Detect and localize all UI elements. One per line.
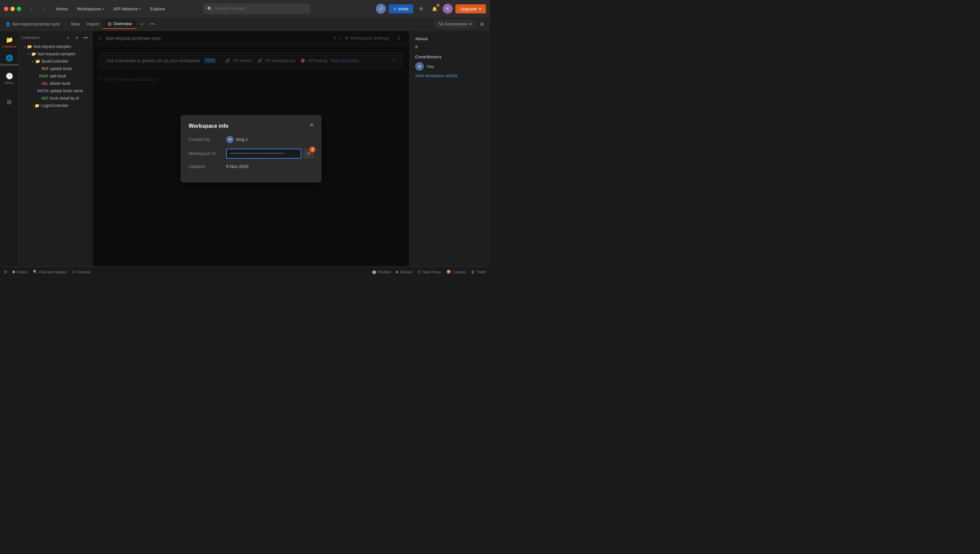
layout-icon[interactable]: ⊞ (477, 19, 487, 30)
forward-button[interactable]: › (38, 4, 48, 13)
tabbar: 👤 fast-request-postman-sync New Import ◎… (0, 18, 490, 31)
contributor-avatar: ⚙ (415, 62, 424, 71)
updated-value: 9 Nov 2023 (226, 164, 249, 169)
divider (65, 21, 66, 27)
sidebar-item-environments[interactable]: 🌐 Environments (2, 52, 18, 69)
collections-icon: 📁 (6, 36, 13, 44)
titlebar-right: 🔗 + Invite ⚙ 🔔 K Upgrade ▾ (376, 3, 486, 14)
creator-avatar: ⚙ (226, 136, 234, 143)
layout-toggle-button[interactable]: ⊞ (4, 270, 7, 274)
created-by-label: Created by (188, 137, 222, 142)
maximize-button[interactable] (17, 7, 21, 11)
layout-icon: ⊞ (4, 270, 7, 274)
request-name: update book (49, 67, 72, 71)
history-icon: 🕐 (6, 72, 13, 80)
list-item[interactable]: PATCH update book name (19, 87, 92, 95)
collection-icon: 📂 (27, 44, 32, 49)
search-icon: 🔍 (207, 6, 212, 11)
sidebar-header-actions: + ≡ ••• (64, 33, 89, 41)
notification-badge: 1 (310, 146, 316, 153)
back-button[interactable]: ‹ (27, 4, 36, 13)
user-profile-avatar[interactable]: K (443, 4, 453, 14)
invite-icon: + (393, 6, 396, 11)
import-button[interactable]: Import (84, 20, 102, 28)
start-proxy-button[interactable]: ⊡ Start Proxy (418, 270, 441, 274)
close-button[interactable] (4, 7, 8, 11)
about-title: About (415, 36, 485, 41)
add-collection-button[interactable]: + (64, 33, 72, 41)
trash-button[interactable]: 🗑 Trash (471, 270, 486, 274)
collection-name: fast-request-samples (34, 44, 71, 49)
cookies-button[interactable]: 🍪 Cookies (446, 270, 466, 274)
list-item[interactable]: GET book detail by id (19, 95, 92, 102)
icon-sidebar: 📁 Collections 🌐 Environments 🕐 History ⊞ (0, 31, 19, 266)
settings-icon[interactable]: ⚙ (416, 3, 426, 14)
explore-link[interactable]: Explore (146, 4, 169, 13)
list-item[interactable]: PUT update book (19, 65, 92, 72)
request-name: update book name (49, 89, 83, 93)
list-item[interactable]: DEL delete book (19, 80, 92, 87)
environment-selector[interactable]: No Environment ▾ (435, 20, 475, 28)
method-badge: GET (36, 97, 48, 100)
folder-name: fast-request-samples (38, 52, 75, 56)
search-bar[interactable]: 🔍 Search Postman (203, 3, 310, 14)
more-options-button[interactable]: ••• (81, 33, 89, 41)
view-workspace-activity-link[interactable]: View workspace activity (415, 73, 485, 78)
folder-icon: 📁 (35, 59, 40, 64)
search-placeholder: Search Postman (215, 6, 245, 11)
apis-icon: ⊞ (7, 98, 12, 106)
notification-bell-icon[interactable]: 🔔 (429, 3, 440, 14)
sidebar-item-collections[interactable]: 📁 Collections (2, 33, 18, 51)
method-badge: PATCH (36, 89, 48, 93)
user-avatar[interactable]: 🔗 (376, 4, 386, 14)
workspaces-link[interactable]: Workspaces ▾ (73, 4, 108, 13)
workspace-selector[interactable]: 👤 fast-request-postman-sync (3, 21, 63, 28)
main-layout: 📁 Collections 🌐 Environments 🕐 History ⊞… (0, 31, 490, 266)
chevron-down-icon: ▾ (479, 6, 481, 11)
modal-title: Workspace info (188, 123, 313, 129)
list-item[interactable]: POST add book (19, 72, 92, 80)
home-link[interactable]: Home (52, 4, 72, 13)
traffic-lights (4, 7, 21, 11)
sidebar-item-history[interactable]: 🕐 History (2, 70, 18, 87)
user-icon: 👤 (5, 22, 10, 27)
book-controller-folder[interactable]: ▾ 📁 BookController (19, 58, 92, 65)
invite-button[interactable]: + Invite (389, 4, 413, 13)
add-tab-button[interactable]: + (137, 20, 146, 29)
expand-icon: ▾ (32, 60, 34, 64)
request-name: add book (49, 74, 66, 78)
collection-root[interactable]: ▾ 📂 fast-request-samples (19, 43, 92, 50)
method-badge: PUT (36, 67, 48, 71)
postbot-icon: 🤖 (372, 270, 377, 274)
updated-label: Updated (188, 164, 222, 169)
left-panel: Collections + ≡ ••• ▾ 📂 fast-request-sam… (19, 31, 93, 266)
sidebar-item-apis[interactable]: ⊞ (2, 93, 18, 111)
console-button[interactable]: ⊡ Console (72, 270, 90, 274)
new-button[interactable]: New (69, 20, 83, 28)
modal-overlay[interactable]: Workspace info ✕ Created by ⚙ king s Wor… (93, 31, 409, 266)
folder-name: BookController (41, 59, 68, 64)
center-panel: ◎ fast-request-postman-sync 👁 1 ⚙ Worksp… (93, 31, 409, 266)
collapse-icon: › (32, 104, 33, 108)
titlebar: ‹ › Home Workspaces ▾ API Network ▾ Expl… (0, 0, 490, 18)
overview-tab[interactable]: ◎ Overview (103, 19, 136, 29)
statusbar-right: 🤖 Postbot ▶ Runner ⊡ Start Proxy 🍪 Cooki… (372, 270, 486, 274)
online-status: Online (13, 270, 27, 274)
login-controller-folder[interactable]: › 📁 LoginController (19, 102, 92, 109)
runner-button[interactable]: ▶ Runner (396, 270, 412, 274)
minimize-button[interactable] (10, 7, 15, 11)
find-replace-button[interactable]: 🔍 Find and replace (33, 270, 67, 274)
api-network-link[interactable]: API Network ▾ (109, 4, 145, 13)
workspace-id-row: Workspace ID ⧉ 1 (188, 148, 313, 159)
updated-row: Updated 9 Nov 2023 (188, 164, 313, 169)
cookies-icon: 🍪 (446, 270, 451, 274)
upgrade-button[interactable]: Upgrade ▾ (455, 4, 486, 13)
modal-close-button[interactable]: ✕ (307, 120, 316, 130)
workspace-id-input[interactable] (226, 148, 302, 159)
more-tabs-button[interactable]: ••• (147, 20, 157, 28)
postbot-button[interactable]: 🤖 Postbot (372, 270, 391, 274)
filter-button[interactable]: ≡ (73, 33, 81, 41)
folder-item[interactable]: ▾ 📁 fast-request-samples (19, 50, 92, 58)
workspace-id-label: Workspace ID (188, 151, 222, 156)
proxy-icon: ⊡ (418, 270, 421, 274)
